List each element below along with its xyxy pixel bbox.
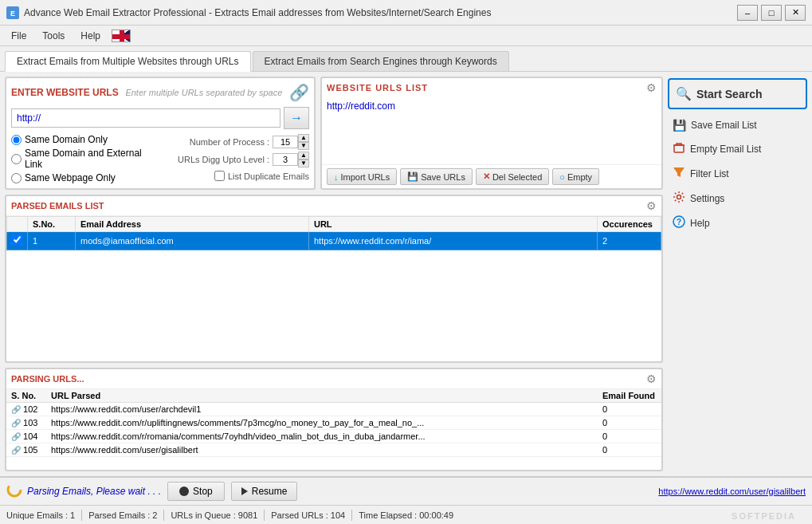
settings-button[interactable]: Settings xyxy=(668,187,807,209)
resume-button[interactable]: Resume xyxy=(231,482,298,501)
duplicate-row: List Duplicate Emails xyxy=(214,171,309,181)
filter-list-button[interactable]: Filter List xyxy=(668,163,807,184)
parsed-emails-title: PARSED EMAILS LIST xyxy=(11,201,104,211)
save-email-button[interactable]: 💾 Save Email List xyxy=(668,116,807,135)
import-icon: ↓ xyxy=(334,172,339,182)
bottom-bar: Parsing Emails, Please wait . . . Stop R… xyxy=(0,476,812,505)
radio-webpage[interactable]: Same Webpage Only xyxy=(11,172,160,183)
process-input[interactable] xyxy=(273,136,298,148)
window-controls: – □ ✕ xyxy=(737,5,806,21)
status-bar: Unique Emails : 1 Parsed Emails : 2 URLs… xyxy=(0,505,812,524)
urls-in-queue-stat: URLs in Queue : 9081 xyxy=(171,510,257,520)
parsing-header: PARSING URLS... ⚙ xyxy=(6,369,661,389)
time-elapsed-stat: Time Elapsed : 00:00:49 xyxy=(359,510,453,520)
url-input-section: ENTER WEBSITE URLs Enter multiple URLs s… xyxy=(5,77,316,190)
svg-point-7 xyxy=(8,483,21,496)
link-icon-1: 🔗 xyxy=(11,419,21,427)
url-list-item[interactable]: http://reddit.com xyxy=(327,100,657,112)
radio-same-domain[interactable]: Same Domain Only xyxy=(11,134,160,145)
url-list-settings-icon[interactable]: ⚙ xyxy=(646,81,657,94)
menu-file[interactable]: File xyxy=(3,28,34,44)
menu-bar: File Tools Help xyxy=(0,26,812,46)
sep3 xyxy=(264,510,265,521)
filter-icon xyxy=(673,166,685,181)
minimize-button[interactable]: – xyxy=(737,5,758,21)
pcol-sno: S. No. xyxy=(6,389,46,403)
link-chain-icon[interactable]: 🔗 xyxy=(289,83,309,102)
digg-up-btn[interactable]: ▲ xyxy=(298,152,309,160)
parsed-settings-icon[interactable]: ⚙ xyxy=(646,199,657,212)
empty-email-button[interactable]: Empty Email List xyxy=(668,138,807,160)
sep1 xyxy=(81,510,82,521)
url-section-title: ENTER WEBSITE URLs xyxy=(11,87,119,98)
row-check[interactable] xyxy=(7,232,28,250)
help-icon: ? xyxy=(673,215,685,230)
link-icon-0: 🔗 xyxy=(11,405,21,414)
del-selected-button[interactable]: ✕ Del Selected xyxy=(476,168,549,185)
row-sno: 1 xyxy=(28,232,76,250)
del-icon: ✕ xyxy=(483,171,490,182)
svg-rect-2 xyxy=(674,145,684,152)
save-icon: 💾 xyxy=(407,171,418,182)
empty-email-label: Empty Email List xyxy=(690,144,761,155)
stop-label: Stop xyxy=(193,486,213,497)
process-row: Number of Process : ▲ ▼ xyxy=(190,134,309,150)
empty-icon: ○ xyxy=(559,172,565,182)
app-icon: E xyxy=(6,6,19,19)
col-sno: S.No. xyxy=(28,217,76,232)
duplicate-checkbox[interactable] xyxy=(214,171,225,181)
tab-urls[interactable]: Extract Emails from Multiple Websites th… xyxy=(5,51,251,72)
parsing-status-text: Parsing Emails, Please wait . . . xyxy=(27,486,161,497)
parsing-settings-icon[interactable]: ⚙ xyxy=(646,372,657,385)
empty-email-icon xyxy=(673,141,685,156)
radio-external[interactable]: Same Domain and External Link xyxy=(11,148,160,170)
digg-input[interactable] xyxy=(273,153,298,166)
radio-group: Same Domain Only Same Domain and Externa… xyxy=(11,134,160,183)
parsed-urls-stat: Parsed URLs : 104 xyxy=(271,510,345,520)
left-panel: ENTER WEBSITE URLs Enter multiple URLs s… xyxy=(5,77,663,471)
maximize-button[interactable]: □ xyxy=(761,5,782,21)
window-title: Advance Web Email Extractor Professional… xyxy=(24,7,737,18)
flag-icon xyxy=(112,30,131,42)
spinner-icon xyxy=(6,482,22,502)
process-up-btn[interactable]: ▲ xyxy=(298,134,309,142)
filter-list-label: Filter List xyxy=(690,168,729,179)
digg-row: URLs Digg Upto Level : ▲ ▼ xyxy=(178,152,309,167)
start-search-box[interactable]: 🔍 Start Search xyxy=(668,78,807,109)
url-list-actions: ↓ Import URLs 💾 Save URLs ✕ Del Selected… xyxy=(322,164,661,188)
process-column: Number of Process : ▲ ▼ URLs Digg Upto L… xyxy=(160,134,309,183)
parsed-emails-header: PARSED EMAILS LIST ⚙ xyxy=(6,196,661,216)
save-urls-button[interactable]: 💾 Save URLs xyxy=(400,168,473,185)
save-email-icon: 💾 xyxy=(673,119,686,132)
svg-text:E: E xyxy=(10,10,15,18)
stop-button[interactable]: Stop xyxy=(167,482,225,501)
options-section: Same Domain Only Same Domain and Externa… xyxy=(11,134,309,183)
current-url-link[interactable]: https://www.reddit.com/user/gisalilbert xyxy=(304,487,806,496)
process-down-btn[interactable]: ▼ xyxy=(298,142,309,150)
menu-help[interactable]: Help xyxy=(73,28,108,44)
settings-label: Settings xyxy=(690,193,724,204)
title-bar: E Advance Web Email Extractor Profession… xyxy=(0,0,812,26)
parsing-row: 🔗 102 https://www.reddit.com/user/archde… xyxy=(6,403,661,416)
digg-down-btn[interactable]: ▼ xyxy=(298,160,309,167)
help-button[interactable]: ? Help xyxy=(668,212,807,234)
link-icon-2: 🔗 xyxy=(11,432,21,441)
row-email: mods@iamaofficial.com xyxy=(76,232,309,250)
close-button[interactable]: ✕ xyxy=(785,5,806,21)
help-label: Help xyxy=(690,218,710,229)
go-button[interactable]: → xyxy=(284,107,309,129)
empty-button[interactable]: ○ Empty xyxy=(552,168,599,185)
menu-tools[interactable]: Tools xyxy=(34,28,73,44)
resume-label: Resume xyxy=(252,486,288,497)
tab-keywords[interactable]: Extract Emails from Search Engines throu… xyxy=(253,51,509,71)
save-email-label: Save Email List xyxy=(691,120,757,131)
parsed-emails-table: S.No. Email Address URL Occurences 1 mod… xyxy=(6,216,661,361)
url-list-content: http://reddit.com xyxy=(322,97,661,164)
settings-icon xyxy=(673,191,685,206)
url-input[interactable] xyxy=(11,108,280,128)
url-hint: Enter multiple URLs separated by space xyxy=(125,88,282,97)
svg-text:?: ? xyxy=(677,218,681,227)
table-row[interactable]: 1 mods@iamaofficial.com https://www.redd… xyxy=(7,232,661,250)
import-urls-button[interactable]: ↓ Import URLs xyxy=(327,168,397,185)
url-list-section: WEBSITE URLs LIST ⚙ http://reddit.com ↓ … xyxy=(320,77,663,190)
